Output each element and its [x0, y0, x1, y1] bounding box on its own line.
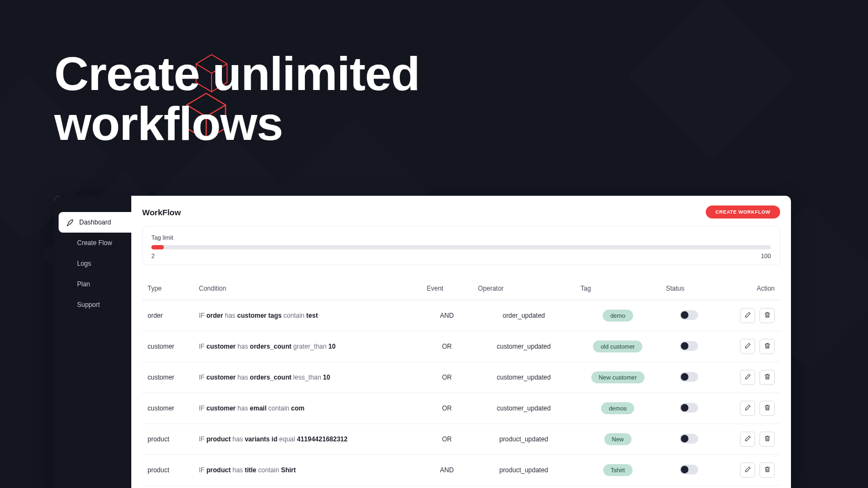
table-row: customerIF customer has orders_count gra…: [142, 331, 780, 362]
hero-line-2: workflows: [54, 99, 419, 149]
edit-button[interactable]: [740, 463, 755, 478]
cell-event: OR: [422, 331, 473, 362]
cell-tag: demo: [575, 300, 661, 331]
status-toggle[interactable]: [680, 403, 698, 413]
sidebar-item-support[interactable]: Support: [59, 294, 131, 315]
sidebar-item-logs[interactable]: Logs: [59, 253, 131, 274]
delete-button[interactable]: [760, 370, 775, 385]
cell-tag: New customer: [575, 362, 661, 393]
cell-condition: IF product has title contain Shirt: [194, 455, 422, 486]
cell-tag: old customer: [575, 331, 661, 362]
cell-action: [718, 393, 781, 424]
toggle-knob-icon: [681, 311, 688, 319]
sidebar-item-label: Dashboard: [79, 219, 111, 226]
cell-operator: customer_updated: [473, 393, 575, 424]
cell-condition: IF order has customer tags contain test: [194, 300, 422, 331]
cell-action: [718, 424, 781, 455]
delete-button[interactable]: [760, 339, 775, 354]
tag-pill: old customer: [593, 341, 642, 352]
create-workflow-button[interactable]: CREATE WORKFLOW: [706, 206, 780, 219]
cell-action: [718, 331, 781, 362]
col-header-action: Action: [718, 277, 781, 300]
tag-limit-bar: [151, 245, 771, 249]
trash-icon: [764, 435, 771, 444]
delete-button[interactable]: [760, 308, 775, 323]
edit-button[interactable]: [740, 370, 755, 385]
col-header-event: Event: [422, 277, 473, 300]
cell-event: OR: [422, 424, 473, 455]
sidebar-item-createflow[interactable]: Create Flow: [59, 233, 131, 253]
edit-button[interactable]: [740, 308, 755, 323]
edit-button[interactable]: [740, 339, 755, 354]
col-header-type: Type: [142, 277, 194, 300]
tag-limit-max: 100: [761, 253, 771, 259]
cell-type: customer: [142, 393, 194, 424]
status-toggle[interactable]: [680, 465, 698, 474]
tag-pill: New: [604, 433, 631, 445]
col-header-operator: Operator: [473, 277, 575, 300]
toggle-knob-icon: [681, 373, 688, 381]
workflow-table: Type Condition Event Operator Tag Status…: [142, 277, 780, 486]
cell-action: [718, 455, 781, 486]
cell-type: order: [142, 300, 194, 331]
cell-operator: customer_updated: [473, 362, 575, 393]
status-toggle[interactable]: [680, 341, 698, 351]
trash-icon: [764, 466, 771, 474]
sidebar-item-dashboard[interactable]: Dashboard: [59, 212, 131, 233]
app-window: DashboardCreate FlowLogsPlanSupport Work…: [54, 196, 791, 488]
cell-condition: IF product has variants id equal 4119442…: [194, 424, 422, 455]
cell-condition: IF customer has orders_count less_than 1…: [194, 362, 422, 393]
sidebar-item-label: Support: [77, 301, 100, 309]
tag-pill: Tshirt: [603, 464, 633, 476]
cell-type: customer: [142, 331, 194, 362]
trash-icon: [764, 373, 771, 382]
table-row: productIF product has variants id equal …: [142, 424, 780, 455]
tag-limit-current: 2: [151, 253, 155, 259]
tag-limit-card: Tag limit 2 100: [142, 226, 780, 265]
hero-heading: Create unlimited workflows: [54, 49, 419, 149]
pencil-icon: [744, 373, 751, 382]
pencil-icon: [744, 311, 751, 320]
sidebar-item-label: Logs: [77, 260, 91, 267]
cell-tag: demos: [575, 393, 661, 424]
pencil-icon: [744, 466, 751, 474]
cell-status: [661, 455, 718, 486]
delete-button[interactable]: [760, 463, 775, 478]
cell-tag: Tshirt: [575, 455, 661, 486]
toggle-knob-icon: [681, 435, 688, 442]
status-toggle[interactable]: [680, 372, 698, 382]
tag-limit-bar-fill: [151, 245, 164, 249]
toggle-knob-icon: [681, 342, 688, 350]
trash-icon: [764, 404, 771, 413]
cell-event: OR: [422, 362, 473, 393]
col-header-status: Status: [661, 277, 718, 300]
status-toggle[interactable]: [680, 434, 698, 444]
tag-pill: demo: [603, 310, 633, 322]
cell-event: AND: [422, 300, 473, 331]
status-toggle[interactable]: [680, 310, 698, 320]
cell-event: AND: [422, 455, 473, 486]
sidebar-item-plan[interactable]: Plan: [59, 274, 131, 294]
cell-type: product: [142, 455, 194, 486]
tag-pill: New customer: [591, 371, 644, 383]
pencil-icon: [744, 404, 751, 413]
bg-diamond: [626, 0, 795, 160]
cell-status: [661, 300, 718, 331]
rocket-icon: [66, 219, 74, 226]
trash-icon: [764, 311, 771, 320]
col-header-condition: Condition: [194, 277, 422, 300]
cell-operator: order_updated: [473, 300, 575, 331]
page-title: WorkFlow: [142, 208, 181, 217]
delete-button[interactable]: [760, 432, 775, 447]
pencil-icon: [744, 435, 751, 444]
col-header-tag: Tag: [575, 277, 661, 300]
toggle-knob-icon: [681, 404, 688, 412]
pencil-icon: [744, 342, 751, 351]
edit-button[interactable]: [740, 432, 755, 447]
cell-operator: customer_updated: [473, 331, 575, 362]
delete-button[interactable]: [760, 401, 775, 416]
edit-button[interactable]: [740, 401, 755, 416]
sidebar-item-label: Plan: [77, 280, 90, 288]
tag-pill: demos: [601, 402, 634, 414]
tag-limit-label: Tag limit: [151, 234, 771, 241]
